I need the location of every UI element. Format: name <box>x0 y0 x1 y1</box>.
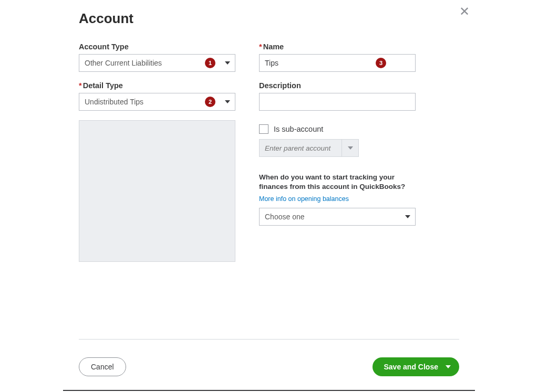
name-input[interactable] <box>259 54 416 72</box>
tracking-question: When do you want to start tracking your … <box>259 173 416 192</box>
bottom-border <box>63 390 475 391</box>
description-input[interactable] <box>259 93 416 111</box>
close-icon[interactable]: ✕ <box>459 4 470 19</box>
account-type-field: Account Type Other Current Liabilities 1 <box>79 43 235 72</box>
more-info-link[interactable]: More info on opening balances <box>259 195 349 203</box>
detail-type-label: *Detail Type <box>79 81 235 90</box>
tracking-select-wrap: Choose one <box>259 208 416 226</box>
detail-info-box[interactable] <box>79 120 235 262</box>
name-field: *Name 3 <box>259 43 416 72</box>
name-label: *Name <box>259 43 416 51</box>
tracking-select[interactable]: Choose one <box>259 208 416 226</box>
account-type-select[interactable]: Other Current Liabilities <box>79 54 235 72</box>
save-button-label: Save and Close <box>384 363 439 371</box>
parent-account-input <box>259 139 342 157</box>
footer-divider <box>79 339 459 340</box>
dialog-title: Account <box>79 10 459 27</box>
sub-account-row: Is sub-account <box>259 124 416 134</box>
description-field: Description <box>259 81 416 111</box>
caret-down-icon <box>446 365 451 368</box>
right-column: *Name 3 Description Is sub-account <box>259 43 416 262</box>
parent-account-wrap <box>259 139 416 157</box>
detail-type-select[interactable]: Undistributed Tips <box>79 93 235 111</box>
detail-type-field: *Detail Type Undistributed Tips 2 <box>79 81 235 111</box>
sub-account-label: Is sub-account <box>274 125 323 133</box>
left-column: Account Type Other Current Liabilities 1… <box>79 43 235 262</box>
cancel-button[interactable]: Cancel <box>79 357 126 376</box>
account-dialog: ✕ Account Account Type Other Current Lia… <box>0 0 538 392</box>
caret-down-icon <box>348 146 353 150</box>
dialog-footer: Cancel Save and Close <box>79 357 459 376</box>
form-columns: Account Type Other Current Liabilities 1… <box>79 43 459 262</box>
sub-account-checkbox[interactable] <box>259 124 268 134</box>
account-type-label: Account Type <box>79 43 235 51</box>
description-label: Description <box>259 81 416 90</box>
parent-account-dropdown-button <box>342 139 359 157</box>
save-and-close-button[interactable]: Save and Close <box>373 357 460 376</box>
